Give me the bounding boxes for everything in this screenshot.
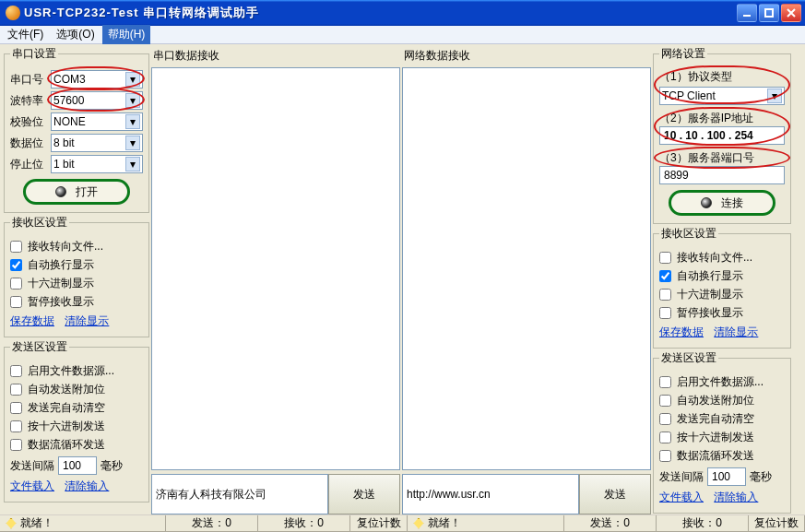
window-title: USR-TCP232-Test 串口转网络调试助手 (24, 5, 737, 21)
chevron-down-icon: ▾ (125, 114, 140, 129)
recv-hex-check[interactable] (10, 278, 22, 290)
net-send-button[interactable]: 发送 (579, 474, 651, 514)
stopbits-label: 停止位 (10, 157, 47, 172)
app-icon (6, 6, 20, 20)
databits-label: 数据位 (10, 136, 47, 151)
send-clear-check[interactable] (10, 402, 22, 414)
baud-label: 波特率 (10, 93, 47, 109)
recv-autowrap-check[interactable] (10, 259, 22, 271)
send-append-check[interactable] (10, 384, 22, 396)
open-serial-button[interactable]: 打开 (23, 179, 130, 205)
status-icon (6, 518, 17, 529)
parity-label: 校验位 (10, 114, 47, 130)
send-interval-input[interactable] (58, 456, 97, 475)
status-send-right: 发送：0 (590, 515, 630, 531)
nsend-clearinput-link[interactable]: 清除输入 (714, 491, 758, 503)
nsend-fileload-link[interactable]: 文件载入 (659, 491, 704, 503)
status-send-left: 发送：0 (192, 515, 231, 531)
net-data-header: 网络数据接收 (402, 46, 651, 65)
nsend-append-check[interactable] (659, 395, 671, 407)
status-recv-right: 接收：0 (682, 515, 722, 531)
led-icon (55, 186, 66, 197)
nsend-loop-check[interactable] (659, 450, 671, 462)
nrecv-pause-check[interactable] (659, 307, 671, 319)
send-legend: 发送区设置 (10, 339, 69, 355)
serial-settings-legend: 串口设置 (10, 46, 58, 62)
recv-pause-check[interactable] (10, 296, 22, 308)
status-ready-left: 就绪！ (20, 515, 53, 531)
menu-options[interactable]: 选项(O) (51, 25, 100, 44)
serial-settings-group: 串口设置 串口号 COM3 ▾ 波特率 57600 ▾ 校验位 (4, 46, 149, 213)
recv-clear-link[interactable]: 清除显示 (65, 314, 109, 327)
nrecv-tofile-check[interactable] (659, 252, 671, 264)
net-send-settings-group: 发送区设置 启用文件数据源... 自动发送附加位 发送完自动清空 按十六进制发送… (653, 350, 791, 514)
nsend-hex-check[interactable] (659, 432, 671, 443)
recv-to-file-check[interactable] (10, 241, 22, 253)
chevron-down-icon: ▾ (125, 157, 140, 171)
minimize-button[interactable] (737, 4, 757, 22)
stopbits-combo[interactable]: 1 bit ▾ (51, 155, 143, 173)
maximize-button[interactable] (759, 4, 779, 22)
server-ip-input[interactable] (659, 126, 785, 145)
serial-recv-settings-group: 接收区设置 接收转向文件... 自动换行显示 十六进制显示 暂停接收显示 保存数… (4, 215, 149, 337)
serial-send-input[interactable] (151, 474, 328, 514)
status-ready-right: 就绪！ (428, 515, 461, 531)
send-hex-check[interactable] (10, 420, 22, 432)
send-clearinput-link[interactable]: 清除输入 (65, 479, 109, 492)
serial-send-button[interactable]: 发送 (328, 474, 400, 514)
led-icon (701, 197, 712, 208)
close-button[interactable] (781, 4, 801, 22)
menu-bar: 文件(F) 选项(O) 帮助(H) (0, 26, 805, 44)
send-fileload-link[interactable]: 文件载入 (10, 479, 54, 492)
chevron-down-icon: ▾ (767, 89, 782, 103)
server-ip-label: （2）服务器IP地址 (659, 111, 785, 126)
serial-send-settings-group: 发送区设置 启用文件数据源... 自动发送附加位 发送完自动清空 按十六进制发送… (4, 339, 149, 502)
serial-port-combo[interactable]: COM3 ▾ (51, 70, 143, 89)
send-loop-check[interactable] (10, 439, 22, 451)
nsend-file-check[interactable] (659, 376, 671, 388)
title-bar: USR-TCP232-Test 串口转网络调试助手 (0, 0, 805, 26)
proto-combo[interactable]: TCP Client ▾ (659, 87, 785, 105)
reset-counter-left[interactable]: 复位计数 (350, 515, 408, 532)
recv-save-link[interactable]: 保存数据 (10, 314, 54, 327)
net-recv-settings-group: 接收区设置 接收转向文件... 自动换行显示 十六进制显示 暂停接收显示 保存数… (653, 226, 791, 349)
serial-data-textarea[interactable] (151, 67, 400, 470)
reset-counter-right[interactable]: 复位计数 (749, 515, 805, 532)
chevron-down-icon: ▾ (125, 93, 140, 108)
nsend-clear-check[interactable] (659, 413, 671, 425)
server-port-label: （3）服务器端口号 (659, 150, 785, 166)
chevron-down-icon: ▾ (125, 136, 140, 150)
status-recv-left: 接收：0 (284, 515, 324, 531)
parity-combo[interactable]: NONE ▾ (51, 112, 143, 131)
recv-legend: 接收区设置 (10, 215, 69, 231)
send-file-check[interactable] (10, 365, 22, 377)
proto-label: （1）协议类型 (659, 69, 785, 85)
menu-file[interactable]: 文件(F) (2, 25, 49, 44)
serial-data-header: 串口数据接收 (151, 46, 400, 65)
nrecv-hex-check[interactable] (659, 289, 671, 301)
nsend-interval-input[interactable] (707, 467, 746, 486)
network-settings-group: 网络设置 （1）协议类型 TCP Client ▾ （2）服务器IP地址 （3）… (653, 46, 791, 224)
databits-combo[interactable]: 8 bit ▾ (51, 134, 143, 152)
chevron-down-icon: ▾ (125, 72, 140, 87)
net-send-input[interactable] (402, 474, 579, 514)
nrecv-clear-link[interactable]: 清除显示 (714, 325, 758, 338)
nrecv-save-link[interactable]: 保存数据 (659, 325, 704, 338)
svg-rect-1 (765, 9, 773, 17)
menu-help[interactable]: 帮助(H) (102, 25, 151, 44)
status-icon (413, 518, 424, 529)
status-bar: 就绪！ 发送：0 接收：0 复位计数 就绪！ 发送：0 接收：0 复位计数 (0, 514, 805, 532)
nrecv-autowrap-check[interactable] (659, 270, 671, 282)
server-port-input[interactable] (659, 166, 785, 184)
baud-combo[interactable]: 57600 ▾ (51, 91, 143, 110)
net-data-textarea[interactable] (402, 67, 651, 470)
svg-rect-0 (743, 15, 751, 17)
serial-port-label: 串口号 (10, 72, 47, 88)
net-legend: 网络设置 (659, 46, 707, 62)
connect-button[interactable]: 连接 (669, 190, 775, 216)
